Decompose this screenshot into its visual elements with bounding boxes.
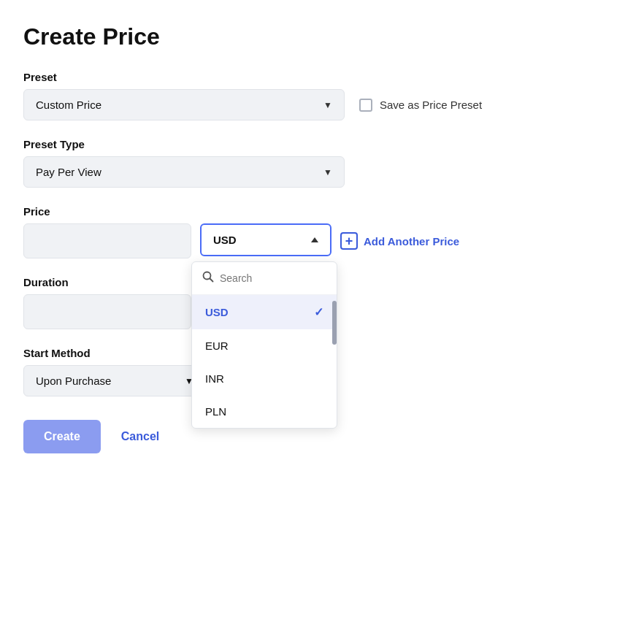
currency-arrow-up-icon — [311, 237, 318, 242]
create-button[interactable]: Create — [23, 420, 101, 453]
svg-line-1 — [210, 279, 213, 282]
currency-code-eur: EUR — [205, 340, 229, 352]
preset-type-arrow-icon: ▼ — [323, 167, 332, 177]
preset-select[interactable]: Custom Price ▼ — [23, 89, 345, 120]
scrollbar-thumb — [332, 301, 337, 345]
preset-arrow-icon: ▼ — [323, 100, 332, 110]
preset-type-value: Pay Per View — [36, 166, 101, 178]
save-preset-label[interactable]: Save as Price Preset — [359, 99, 482, 112]
currency-options-list: USD ✓ EUR INR PLN — [192, 295, 337, 428]
add-icon: + — [340, 232, 358, 250]
add-another-price-label: Add Another Price — [364, 235, 459, 248]
search-icon — [202, 271, 214, 285]
currency-dropdown-trigger[interactable]: USD — [200, 223, 331, 256]
check-icon: ✓ — [314, 305, 323, 319]
preset-field-group: Preset Custom Price ▼ Save as Price Pres… — [23, 71, 621, 120]
currency-option-eur[interactable]: EUR — [192, 329, 337, 362]
cancel-button[interactable]: Cancel — [115, 420, 165, 453]
price-label: Price — [23, 205, 621, 218]
preset-label: Preset — [23, 71, 621, 83]
save-preset-text: Save as Price Preset — [380, 99, 482, 111]
page-title: Create Price — [23, 23, 621, 50]
save-preset-checkbox[interactable] — [359, 99, 372, 112]
currency-code-usd: USD — [205, 306, 229, 318]
currency-option-inr[interactable]: INR — [192, 362, 337, 395]
price-input[interactable] — [23, 223, 191, 258]
start-method-value: Upon Purchase — [36, 375, 111, 387]
preset-value: Custom Price — [36, 99, 101, 111]
currency-search-input[interactable] — [220, 272, 326, 284]
preset-type-label: Preset Type — [23, 138, 621, 150]
currency-option-usd[interactable]: USD ✓ — [192, 295, 337, 329]
currency-selected-value: USD — [213, 234, 237, 246]
preset-type-field-group: Preset Type Pay Per View ▼ — [23, 138, 621, 188]
price-row: USD + Add Another Price — [23, 223, 621, 258]
currency-dropdown-menu: USD ✓ EUR INR PLN — [191, 261, 337, 429]
start-method-select[interactable]: Upon Purchase ▼ — [23, 365, 206, 396]
dropdown-search-row — [192, 262, 337, 295]
duration-input[interactable] — [23, 294, 191, 329]
currency-code-pln: PLN — [205, 405, 226, 418]
currency-code-inr: INR — [205, 372, 224, 385]
currency-option-pln[interactable]: PLN — [192, 395, 337, 428]
add-another-price-button[interactable]: + Add Another Price — [340, 223, 459, 258]
preset-type-select[interactable]: Pay Per View ▼ — [23, 156, 345, 188]
preset-row: Custom Price ▼ Save as Price Preset — [23, 89, 621, 120]
price-field-group: Price USD + Add Another Price — [23, 205, 621, 258]
